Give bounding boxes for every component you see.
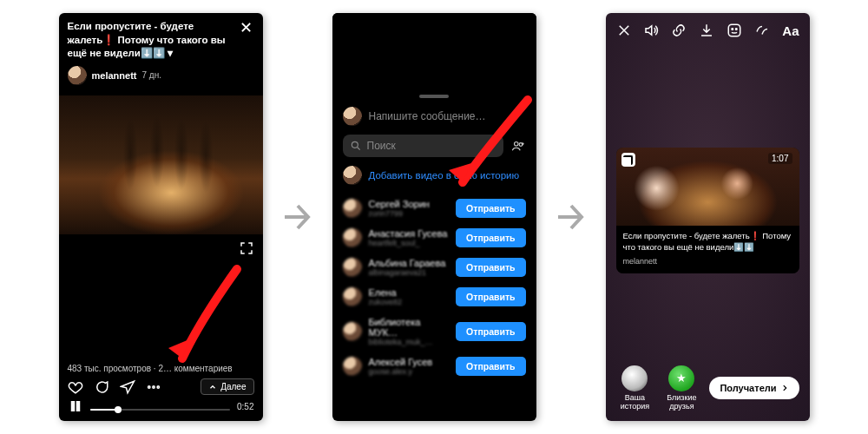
author-avatar (68, 66, 87, 85)
add-to-story-row[interactable]: Добавить видео в свою историю (332, 157, 536, 194)
step-arrow-icon (280, 191, 315, 243)
send-button[interactable]: Отправить (456, 287, 525, 306)
share-icon[interactable] (120, 379, 135, 395)
contact-row: Еленаzukove82Отправить (332, 282, 536, 312)
like-icon[interactable] (68, 379, 83, 395)
contact-row: Сергей Зоринzorin7799Отправить (332, 194, 536, 223)
contact-handle: albinagaraeva21 (369, 268, 450, 277)
contact-row: Алексей Гусевgoose.alex.yОтправить (332, 352, 536, 381)
contact-handle: zorin7799 (369, 209, 450, 218)
sticker-icon[interactable] (727, 22, 742, 39)
contact-avatar (343, 258, 362, 277)
screen-story-editor: Aa 1:07 Если пропустите - будете жалеть❗… (606, 13, 810, 421)
send-button[interactable]: Отправить (456, 228, 525, 247)
svg-point-11 (732, 29, 733, 30)
self-avatar-small (343, 166, 362, 185)
next-label: Далее (220, 382, 246, 391)
pause-icon[interactable] (68, 398, 83, 414)
sound-icon[interactable] (643, 22, 659, 39)
your-story-button[interactable]: Ваша история (616, 365, 654, 411)
views-comments-count: 483 тыс. просмотров · 2… комментариев (68, 362, 254, 378)
next-button[interactable]: Далее (201, 378, 253, 395)
close-friends-button[interactable]: ★ Близкие друзья (661, 365, 702, 411)
contact-handle: goose.alex.y (369, 367, 450, 376)
search-placeholder: Поиск (367, 140, 396, 152)
chevron-right-icon (780, 384, 789, 392)
fullscreen-icon[interactable] (239, 240, 254, 256)
close-friends-label: Близкие друзья (661, 393, 702, 411)
step-arrow-icon (554, 191, 589, 243)
contact-row: Библиотека МУК…biblioteka_muk_…Отправить (332, 312, 536, 352)
more-icon[interactable] (146, 379, 161, 395)
video-frame[interactable] (59, 95, 263, 234)
contact-name: Елена (369, 287, 450, 298)
post-age: 7 дн. (141, 70, 161, 80)
search-icon (350, 140, 362, 152)
close-friends-icon: ★ (668, 365, 694, 391)
story-toolbar: Aa (606, 13, 810, 48)
write-message-row[interactable]: Напишите сообщение… (332, 98, 536, 126)
svg-rect-4 (71, 402, 74, 411)
self-avatar (343, 107, 362, 126)
contact-avatar (343, 228, 362, 247)
send-button[interactable]: Отправить (456, 258, 525, 277)
svg-marker-0 (168, 339, 189, 358)
add-to-story-label: Добавить видео в свою историю (369, 170, 520, 181)
card-caption: Если пропустите - будете жалеть❗ Потому … (623, 231, 792, 253)
reel-badge-icon (621, 153, 635, 167)
write-message-placeholder: Напишите сообщение… (369, 110, 486, 122)
svg-rect-10 (729, 24, 740, 36)
search-input[interactable]: Поиск (343, 135, 503, 157)
effects-icon[interactable] (754, 22, 770, 39)
contact-name: Алексей Гусев (369, 357, 450, 367)
download-icon[interactable] (699, 22, 714, 39)
link-icon[interactable] (671, 22, 687, 39)
send-button[interactable]: Отправить (456, 357, 525, 376)
your-story-avatar (621, 365, 648, 391)
recipients-button[interactable]: Получатели (709, 377, 799, 399)
send-button[interactable]: Отправить (456, 199, 525, 218)
add-group-icon[interactable] (510, 138, 526, 154)
close-icon[interactable] (616, 22, 632, 39)
text-tool[interactable]: Aa (782, 23, 799, 38)
contact-name: Анастасия Гусева (369, 228, 450, 239)
screen-igtv-player: Если пропустите - будете жалеть❗ Потому … (59, 13, 263, 421)
comment-icon[interactable] (94, 379, 109, 395)
svg-point-6 (352, 141, 358, 148)
contact-name: Библиотека МУК… (369, 317, 450, 338)
contact-name: Альбина Гараева (369, 258, 450, 268)
author-username: melannett (92, 70, 137, 81)
contact-handle: heartfelt_soul_ (369, 239, 450, 247)
screen-share-sheet: Напишите сообщение… Поиск Добавить видео… (332, 13, 536, 421)
contact-avatar (343, 287, 362, 306)
contact-name: Сергей Зорин (369, 199, 450, 209)
close-icon[interactable]: ✕ (239, 20, 254, 36)
svg-point-12 (736, 29, 737, 30)
svg-point-7 (514, 142, 518, 147)
recipients-label: Получатели (720, 383, 776, 393)
video-caption: Если пропустите - будете жалеть❗ Потому … (68, 20, 233, 61)
contact-row: Анастасия Гусеваheartfelt_soul_Отправить (332, 223, 536, 253)
annotation-arrow-icon (163, 265, 241, 371)
author-row[interactable]: melannett 7 дн. (59, 64, 263, 90)
svg-point-2 (152, 385, 154, 387)
contact-avatar (343, 199, 362, 218)
media-duration: 1:07 (768, 153, 792, 164)
progress-bar[interactable] (90, 409, 231, 411)
contact-row: Альбина Гараеваalbinagaraeva21Отправить (332, 253, 536, 282)
contact-handle: biblioteka_muk_… (369, 338, 450, 346)
duration-label: 0:52 (237, 402, 253, 411)
contacts-list: Сергей Зоринzorin7799ОтправитьАнастасия … (332, 194, 536, 381)
your-story-label: Ваша история (616, 393, 654, 411)
svg-point-3 (157, 385, 159, 387)
card-username: melannett (623, 256, 792, 266)
svg-rect-5 (76, 402, 79, 411)
svg-point-1 (148, 385, 149, 387)
story-media-card[interactable]: 1:07 Если пропустите - будете жалеть❗ По… (616, 148, 799, 273)
send-button[interactable]: Отправить (456, 322, 525, 341)
contact-avatar (343, 322, 362, 341)
contact-avatar (343, 357, 362, 376)
contact-handle: zukove82 (369, 298, 450, 306)
